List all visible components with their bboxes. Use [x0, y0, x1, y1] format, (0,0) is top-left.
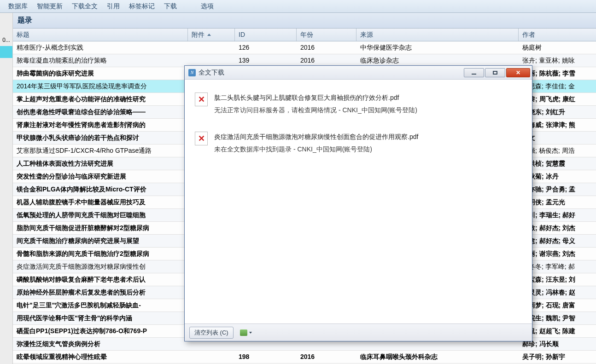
minimize-icon [472, 74, 476, 75]
cell-title: 肺曲霉菌病的临床研究进展 [13, 67, 188, 80]
cell-title: 用现代医学诠释中医"肾主骨"的科学内涵 [13, 312, 188, 324]
cell-title: 肾康注射液对老年慢性肾病患者造影剂肾病的 [13, 119, 188, 131]
footer-options-button[interactable] [240, 329, 252, 336]
cell-author: 杨庭树 [519, 41, 596, 54]
col-author[interactable]: 作者 [519, 29, 596, 41]
maximize-icon [493, 71, 497, 75]
cell-year: 2016 [297, 351, 356, 363]
cell-title: 艾塞那肽通过SDF-1/CXCR-4/Rho GTPase通路 [13, 144, 188, 157]
menu-cite[interactable]: 引用 [102, 1, 124, 12]
menu-smart-update[interactable]: 智能更新 [32, 1, 67, 12]
menu-tag[interactable]: 标签标记 [124, 1, 159, 12]
menu-options[interactable]: 选项 [196, 1, 218, 12]
cell-id: 198 [235, 351, 297, 363]
cell-title: 脂肪间充质干细胞促进肝脏糖酵解对2型糖尿病 [13, 222, 188, 234]
cell-title: 骨髓和脂肪来源的间充质干细胞治疗2型糖尿病 [13, 248, 188, 260]
cell-title: 弥漫性泛细支气管炎病例分析 [13, 338, 188, 350]
table-header: 标题 附件 ID 年份 来源 作者 [13, 29, 596, 41]
cell-source: 中华保健医学杂志 [356, 41, 519, 54]
error-x-icon: ✕ [198, 94, 205, 104]
dropdown-icon [249, 332, 252, 334]
download-status: 无法正常访问目标服务器，请检查网络情况 - CNKI_中国知网(账号登陆) [214, 104, 417, 116]
cell-attachment [188, 54, 235, 67]
menu-download[interactable]: 下载 [159, 1, 181, 12]
table-row[interactable]: 眩晕领域应重视精神心理性眩晕1982016临床耳鼻咽喉头颈外科杂志吴子明; 孙新… [13, 351, 596, 364]
cell-source: 临床急诊杂志 [356, 54, 519, 67]
cell-title: 创伤患者急性呼吸窘迫综合征的诊治策略—— [13, 106, 188, 118]
col-attachment[interactable]: 附件 [188, 29, 235, 41]
cell-year: 2016 [297, 41, 356, 54]
maximize-button[interactable] [485, 68, 505, 77]
cell-title: 眩晕领域应重视精神心理性眩晕 [13, 351, 188, 363]
sidebar-counter: 0... [0, 34, 12, 46]
cell-title: 2014年某三级甲等军队医院感染现患率调查分 [13, 80, 188, 92]
clear-list-button[interactable]: 清空列表 (C) [189, 327, 234, 339]
pdf-error-icon: ✕ [195, 92, 208, 106]
dialog-footer: 清空列表 (C) [185, 324, 532, 341]
download-item-text: 炎症激活间充质干细胞源微泡对糖尿病慢性创面愈合的促进作用观察.pdf未在全文数据… [214, 131, 418, 155]
cell-attachment [188, 351, 235, 363]
sidebar: 0... [0, 13, 13, 364]
col-year[interactable]: 年份 [297, 29, 356, 41]
dialog-app-icon: N [188, 69, 196, 76]
download-status: 未在全文数据库中找到题录 - CNKI_中国知网(账号登陆) [214, 143, 418, 156]
sort-asc-icon [207, 34, 211, 36]
cell-title: 机器人辅助腹腔镜手术中能量器械应用技巧及 [13, 196, 188, 208]
col-id[interactable]: ID [235, 29, 297, 41]
minimize-button[interactable] [464, 68, 484, 77]
close-button[interactable]: ✕ [506, 68, 530, 77]
col-attachment-label: 附件 [192, 30, 205, 39]
cell-title: 镁合金和PLGA体内降解比较及Micro-CT评价 [13, 183, 188, 196]
close-icon: ✕ [516, 69, 520, 76]
cell-title: 低氧预处理的人脐带间充质干细胞对巨噬细胞 [13, 209, 188, 221]
cell-id: 139 [235, 54, 297, 67]
cell-title: 电针"足三里"穴激活多巴胺机制减轻肠缺血- [13, 299, 188, 312]
pdf-error-icon: ✕ [195, 132, 208, 145]
cell-title: 炎症激活间充质干细胞源微泡对糖尿病慢性创 [13, 260, 188, 273]
cell-title: 人工种植体表面改性方法研究进展 [13, 157, 188, 170]
dialog-body: ✕肱二头肌长头腱与冈上肌腱联合修复巨大肩袖损伤的疗效分析.pdf无法正常访问目标… [185, 80, 532, 324]
download-item[interactable]: ✕炎症激活间充质干细胞源微泡对糖尿病慢性创面愈合的促进作用观察.pdf未在全文数… [192, 124, 525, 163]
cell-title: 硒蛋白PP1(SEPP1)过表达抑制786-O和769-P [13, 325, 188, 337]
error-x-icon: ✕ [198, 133, 205, 144]
cell-title: 突发性聋的分型诊治与临床研究新进展 [13, 170, 188, 183]
download-dialog: N 全文下载 ✕ ✕肱二头肌长头腱与冈上肌腱联合修复巨大肩袖损伤的疗效分析.pd… [184, 65, 532, 341]
cell-title: 精准医疗-从概念到实践 [13, 41, 188, 54]
download-filename: 肱二头肌长头腱与冈上肌腱联合修复巨大肩袖损伤的疗效分析.pdf [214, 92, 417, 104]
menubar: 数据库 智能更新 下载全文 引用 标签标记 下载 选项 [0, 0, 596, 13]
dialog-titlebar[interactable]: N 全文下载 ✕ [185, 66, 532, 80]
download-filename: 炎症激活间充质干细胞源微泡对糖尿病慢性创面愈合的促进作用观察.pdf [214, 131, 418, 143]
col-title[interactable]: 标题 [13, 29, 188, 41]
cell-id: 126 [235, 41, 297, 54]
cell-title: 间充质干细胞治疗糖尿病的研究进展与展望 [13, 235, 188, 247]
cell-title: 掌上超声对危重患者心功能评估的准确性研究 [13, 93, 188, 105]
options-icon [240, 329, 247, 336]
dialog-title: 全文下载 [199, 69, 464, 77]
menu-database[interactable]: 数据库 [4, 1, 32, 12]
cell-title: 磷酸肌酸钠对静吸复合麻醉下老年患者术后认 [13, 273, 188, 286]
cell-attachment [188, 41, 235, 54]
menu-download-fulltext[interactable]: 下载全文 [67, 1, 102, 12]
cell-author: 张卉; 童亚林; 姚咏 [519, 54, 596, 67]
col-source[interactable]: 来源 [356, 29, 519, 41]
download-item[interactable]: ✕肱二头肌长头腱与冈上肌腱联合修复巨大肩袖损伤的疗效分析.pdf无法正常访问目标… [192, 85, 525, 124]
cell-source: 临床耳鼻咽喉头颈外科杂志 [356, 351, 519, 363]
cell-title: 原始神经外胚层肿瘤术后复发患者的预后分析 [13, 286, 188, 299]
cell-title: 甲状腺微小乳头状癌诊治的若干热点和探讨 [13, 132, 188, 144]
cell-year: 2016 [297, 54, 356, 67]
table-row[interactable]: 精准医疗-从概念到实践1262016中华保健医学杂志杨庭树 [13, 41, 596, 54]
download-item-text: 肱二头肌长头腱与冈上肌腱联合修复巨大肩袖损伤的疗效分析.pdf无法正常访问目标服… [214, 92, 417, 116]
sidebar-highlight [0, 46, 12, 58]
section-title: 题录 [13, 13, 596, 29]
cell-author: 吴子明; 孙新宇 [519, 351, 596, 363]
cell-title: 脓毒症凝血功能紊乱的治疗策略 [13, 54, 188, 67]
